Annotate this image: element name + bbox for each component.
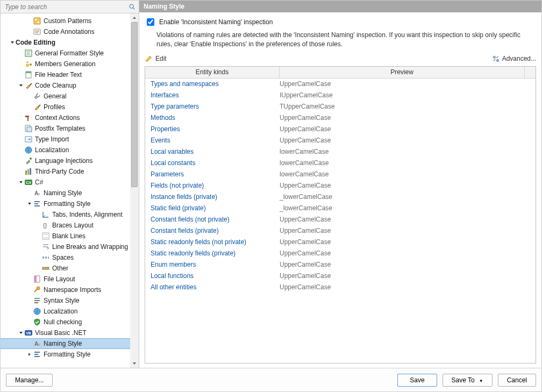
tree-item[interactable]: Localization xyxy=(1,306,139,317)
tree-item[interactable]: Blank Lines xyxy=(1,231,139,241)
scroll-thumb[interactable] xyxy=(131,22,138,187)
save-to-button[interactable]: Save To▼ xyxy=(443,374,493,387)
tree-item[interactable]: AaNaming Style xyxy=(1,188,139,198)
edit-label: Edit xyxy=(155,55,167,62)
tree-item-label: Null checking xyxy=(44,318,82,326)
chevron-down-icon[interactable] xyxy=(26,202,33,206)
tree-item-label: Other xyxy=(52,265,68,272)
entity-kind-cell: Static readonly fields (not private) xyxy=(145,238,280,246)
tree-item[interactable]: Members Generation xyxy=(1,59,139,69)
tree-scrollbar[interactable] xyxy=(130,13,139,368)
tree-item[interactable]: General Formatter Style xyxy=(1,48,139,59)
tree-item[interactable]: General xyxy=(1,91,139,102)
chevron-down-icon[interactable] xyxy=(18,180,24,184)
save-button[interactable]: Save xyxy=(397,374,437,387)
tree-item[interactable]: Null checking xyxy=(1,317,139,327)
table-row[interactable]: Enum membersUpperCamelCase xyxy=(145,259,536,270)
tree-item[interactable]: Postfix Templates xyxy=(1,123,139,134)
tree-item[interactable]: Code Annotations xyxy=(1,26,139,37)
tree-item[interactable]: Line Breaks and Wrapping xyxy=(1,241,139,252)
chevron-down-icon[interactable] xyxy=(18,83,24,88)
tree-item-label: Code Editing xyxy=(16,39,55,46)
scroll-down-icon[interactable] xyxy=(130,359,139,368)
chevron-down-icon[interactable] xyxy=(18,331,24,335)
tree-item-label: Naming Style xyxy=(44,340,82,347)
search-icon[interactable] xyxy=(128,3,137,11)
tree-item[interactable]: Code Editing xyxy=(1,37,139,48)
tree-item[interactable]: Spaces xyxy=(1,252,139,263)
tree-item[interactable]: C#C# xyxy=(1,177,139,188)
blank-icon xyxy=(41,232,50,240)
tree-item[interactable]: Custom Patterns xyxy=(1,16,139,26)
table-row[interactable]: Static readonly fields (not private)Uppe… xyxy=(145,237,536,248)
tree-item[interactable]: Formatting Style xyxy=(1,349,139,360)
manage-button[interactable]: Manage... xyxy=(6,374,53,387)
preview-cell: lowerCamelCase xyxy=(280,170,536,178)
tree-item[interactable]: Third-Party Code xyxy=(1,166,139,177)
table-row[interactable]: Local variableslowerCamelCase xyxy=(145,146,536,158)
enable-inspection-input[interactable] xyxy=(147,18,154,26)
table-row[interactable]: MethodsUpperCamelCase xyxy=(145,112,536,124)
table-row[interactable]: Fields (not private)UpperCamelCase xyxy=(145,180,536,191)
search-input[interactable] xyxy=(3,2,128,12)
cancel-button[interactable]: Cancel xyxy=(498,374,536,387)
tree-item[interactable]: Type Import xyxy=(1,134,139,145)
broom-icon xyxy=(24,81,33,90)
entity-kind-cell: Constant fields (private) xyxy=(145,227,280,234)
tree-item[interactable]: {}Braces Layout xyxy=(1,220,139,231)
tree-item[interactable]: Code Cleanup xyxy=(1,80,139,91)
preview-cell: _lowerCamelCase xyxy=(280,204,536,212)
tree-item[interactable]: Syntax Style xyxy=(1,295,139,306)
tree-item-label: File Layout xyxy=(44,275,75,283)
edit-button[interactable]: Edit xyxy=(145,54,167,63)
svg-rect-14 xyxy=(26,64,29,67)
table-row[interactable]: Local functionsUpperCamelCase xyxy=(145,270,536,282)
tree-item[interactable]: VBVisual Basic .NET xyxy=(1,327,139,338)
col-preview[interactable]: Preview xyxy=(280,67,525,78)
scroll-up-icon[interactable] xyxy=(130,13,139,22)
main-area: Custom PatternsCode AnnotationsCode Edit… xyxy=(1,1,541,368)
tree-item-label: Syntax Style xyxy=(44,297,80,304)
tree-item[interactable]: Profiles xyxy=(1,102,139,112)
table-row[interactable]: Constant fields (not private)UpperCamelC… xyxy=(145,214,536,225)
tree-item[interactable]: AaNaming Style xyxy=(1,338,139,349)
tree-item[interactable]: Other xyxy=(1,263,139,274)
table-row[interactable]: Type parametersTUpperCamelCase xyxy=(145,101,536,112)
table-row[interactable]: Local constantslowerCamelCase xyxy=(145,158,536,169)
tree-item[interactable]: Localization xyxy=(1,145,139,155)
tree-item[interactable]: Tabs, Indents, Alignment xyxy=(1,209,139,220)
tree-item[interactable]: File Layout xyxy=(1,274,139,284)
tree-item[interactable]: Language Injections xyxy=(1,155,139,166)
tree-item[interactable]: Formatting Style xyxy=(1,198,139,209)
members-icon xyxy=(24,60,33,68)
preview-cell: UpperCamelCase xyxy=(280,283,536,291)
chevron-right-icon[interactable] xyxy=(26,352,33,357)
table-row[interactable]: PropertiesUpperCamelCase xyxy=(145,124,536,135)
tree-item[interactable]: Namespace Imports xyxy=(1,284,139,295)
table-row[interactable]: All other entitiesUpperCamelCase xyxy=(145,282,536,293)
table-row[interactable]: Static field (private)_lowerCamelCase xyxy=(145,203,536,214)
tree-item-label: Namespace Imports xyxy=(44,286,101,294)
table-row[interactable]: Types and namespacesUpperCamelCase xyxy=(145,79,536,90)
tree-item[interactable]: File Header Text xyxy=(1,69,139,80)
entity-kind-cell: Local functions xyxy=(145,272,280,280)
table-row[interactable]: Constant fields (private)UpperCamelCase xyxy=(145,225,536,237)
table-row[interactable]: InterfacesIUpperCamelCase xyxy=(145,90,536,101)
tools-icon xyxy=(491,54,500,63)
advanced-button[interactable]: Advanced... xyxy=(491,54,536,63)
svg-rect-4 xyxy=(38,22,39,23)
enable-inspection-checkbox[interactable]: Enable 'Inconsistent Naming' inspection xyxy=(145,17,536,27)
entity-kind-cell: Local variables xyxy=(145,148,280,155)
inspection-description: Violations of naming rules are detected … xyxy=(145,31,536,49)
table-row[interactable]: EventsUpperCamelCase xyxy=(145,135,536,146)
entity-kind-cell: Local constants xyxy=(145,159,280,167)
table-row[interactable]: ParameterslowerCamelCase xyxy=(145,169,536,180)
settings-tree[interactable]: Custom PatternsCode AnnotationsCode Edit… xyxy=(1,13,139,362)
tree-item[interactable]: Context Actions xyxy=(1,112,139,123)
table-row[interactable]: Instance fields (private)_lowerCamelCase xyxy=(145,191,536,203)
table-row[interactable]: Static readonly fields (private)UpperCam… xyxy=(145,248,536,259)
right-pane: Naming Style Enable 'Inconsistent Naming… xyxy=(139,1,541,368)
table-body[interactable]: Types and namespacesUpperCamelCaseInterf… xyxy=(145,79,536,363)
col-entity-kinds[interactable]: Entity kinds xyxy=(145,67,280,78)
chevron-down-icon[interactable] xyxy=(9,40,16,45)
